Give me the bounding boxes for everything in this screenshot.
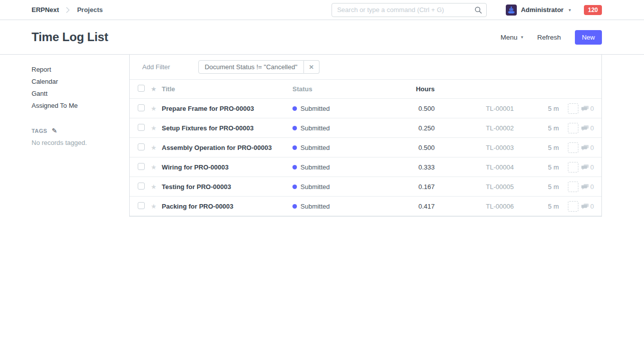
sidebar-item[interactable]: Assigned To Me — [32, 100, 119, 112]
sidebar-item[interactable]: Gantt — [32, 88, 119, 100]
hours-value: 0.500 — [387, 105, 435, 112]
comments[interactable]: 0 — [581, 203, 594, 210]
star-icon[interactable]: ★ — [151, 105, 162, 112]
page-title: Time Log List — [32, 30, 108, 44]
sidebar-item-label: Calendar — [32, 78, 58, 85]
list-row[interactable]: ★ Prepare Frame for PRO-00003 Submitted … — [130, 99, 601, 118]
star-icon[interactable]: ★ — [151, 144, 162, 151]
status-cell: Submitted — [292, 163, 387, 171]
row-title-link[interactable]: Assembly Operation for PRO-00003 — [162, 144, 272, 151]
list-row[interactable]: ★ Assembly Operation for PRO-00003 Submi… — [130, 138, 601, 157]
status-cell: Submitted — [292, 203, 387, 210]
document-id[interactable]: TL-00003 — [435, 144, 514, 151]
menu-button[interactable]: Menu ▾ — [500, 34, 523, 41]
hours-value: 0.167 — [387, 183, 435, 191]
status-dot — [292, 185, 297, 189]
comments[interactable]: 0 — [581, 183, 594, 191]
hours-value: 0.333 — [387, 163, 435, 171]
app-logo[interactable]: ERPNext — [32, 6, 59, 14]
document-id[interactable]: TL-00005 — [435, 183, 514, 191]
assign-placeholder[interactable] — [568, 162, 578, 173]
status-text: Submitted — [300, 203, 330, 210]
row-title-link[interactable]: Prepare Frame for PRO-00003 — [162, 105, 254, 112]
list-view: Add Filter Document Status != "Cancelled… — [129, 55, 602, 217]
comments[interactable]: 0 — [581, 163, 594, 171]
notifications-badge[interactable]: 120 — [584, 5, 602, 15]
assign-placeholder[interactable] — [568, 201, 578, 212]
list-row[interactable]: ★ Setup Fixtures for PRO-00003 Submitted… — [130, 118, 601, 138]
star-icon: ★ — [151, 85, 162, 93]
star-icon[interactable]: ★ — [151, 183, 162, 191]
column-title: Title — [162, 85, 292, 93]
add-filter-button[interactable]: Add Filter — [137, 60, 175, 74]
new-button[interactable]: New — [575, 30, 602, 45]
column-hours: Hours — [387, 85, 435, 93]
row-title-link[interactable]: Setup Fixtures for PRO-00003 — [162, 124, 254, 132]
comment-count: 0 — [590, 203, 594, 210]
sidebar-item[interactable]: Calendar — [32, 76, 119, 88]
row-checkbox[interactable] — [138, 163, 145, 170]
list-header: ★ Title Status Hours — [130, 80, 601, 99]
row-meta: 0 — [559, 103, 594, 114]
hours-value: 0.500 — [387, 144, 435, 151]
document-id[interactable]: TL-00006 — [435, 203, 514, 210]
document-id[interactable]: TL-00002 — [435, 124, 514, 132]
search-input[interactable] — [332, 3, 487, 17]
navbar: ERPNext Projects Administrator ▾ 120 — [0, 0, 644, 20]
list-row[interactable]: ★ Testing for PRO-00003 Submitted 0.167 … — [130, 177, 601, 197]
status-dot — [292, 106, 297, 111]
edit-tags-icon[interactable]: ✎ — [52, 127, 57, 134]
refresh-button[interactable]: Refresh — [537, 34, 561, 41]
select-all-checkbox[interactable] — [138, 85, 145, 92]
star-icon[interactable]: ★ — [151, 203, 162, 210]
status-cell: Submitted — [292, 124, 387, 132]
comment-icon — [581, 125, 589, 131]
comment-icon — [581, 164, 589, 170]
row-title-link[interactable]: Packing for PRO-00003 — [162, 203, 233, 210]
row-checkbox[interactable] — [138, 202, 145, 209]
document-id[interactable]: TL-00004 — [435, 163, 514, 171]
comments[interactable]: 0 — [581, 144, 594, 151]
comment-icon — [581, 144, 589, 151]
assign-placeholder[interactable] — [568, 103, 578, 114]
comment-icon — [581, 184, 589, 190]
row-checkbox[interactable] — [138, 124, 145, 131]
active-filter-chip: Document Status != "Cancelled" ✕ — [198, 60, 319, 74]
user-menu[interactable]: Administrator ▾ — [506, 5, 571, 16]
comment-count: 0 — [590, 105, 594, 112]
list-row[interactable]: ★ Wiring for PRO-00003 Submitted 0.333 T… — [130, 157, 601, 177]
breadcrumb-chevron-icon — [66, 7, 70, 14]
list-rows: ★ Prepare Frame for PRO-00003 Submitted … — [130, 99, 601, 216]
breadcrumb[interactable]: Projects — [77, 6, 103, 14]
status-cell: Submitted — [292, 183, 387, 191]
row-meta: 0 — [559, 123, 594, 133]
remove-filter-button[interactable]: ✕ — [304, 60, 319, 74]
sidebar-item[interactable]: Report — [32, 64, 119, 76]
star-icon[interactable]: ★ — [151, 163, 162, 171]
row-checkbox[interactable] — [138, 104, 145, 111]
row-title-link[interactable]: Wiring for PRO-00003 — [162, 163, 229, 171]
row-checkbox[interactable] — [138, 183, 145, 190]
document-id[interactable]: TL-00001 — [435, 105, 514, 112]
tags-empty-text: No records tagged. — [32, 139, 119, 146]
assign-placeholder[interactable] — [568, 142, 578, 153]
row-checkbox[interactable] — [138, 143, 145, 150]
star-icon[interactable]: ★ — [151, 124, 162, 132]
assign-placeholder[interactable] — [568, 182, 578, 192]
assign-placeholder[interactable] — [568, 123, 578, 133]
comments[interactable]: 0 — [581, 124, 594, 132]
page-header: Time Log List Menu ▾ Refresh New — [0, 20, 644, 54]
list-row[interactable]: ★ Packing for PRO-00003 Submitted 0.417 … — [130, 197, 601, 216]
modified-ago: 5 m — [514, 183, 559, 191]
search-icon[interactable] — [474, 6, 482, 16]
hours-value: 0.250 — [387, 124, 435, 132]
comments[interactable]: 0 — [581, 105, 594, 112]
status-dot — [292, 204, 297, 209]
modified-ago: 5 m — [514, 163, 559, 171]
status-text: Submitted — [300, 163, 330, 171]
modified-ago: 5 m — [514, 124, 559, 132]
avatar — [506, 5, 517, 16]
filter-condition-button[interactable]: Document Status != "Cancelled" — [198, 60, 304, 74]
status-dot — [292, 126, 297, 130]
row-title-link[interactable]: Testing for PRO-00003 — [162, 183, 231, 191]
